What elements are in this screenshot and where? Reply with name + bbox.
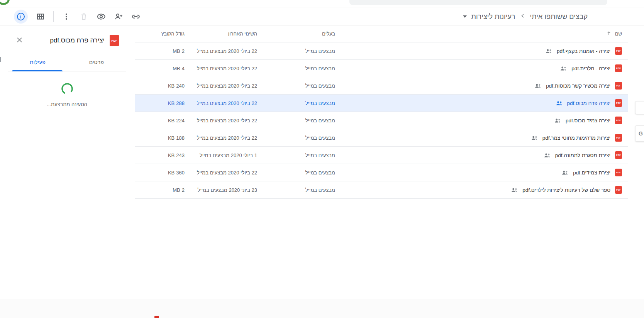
pdf-file-icon: PDF	[615, 47, 622, 55]
file-owner: מבצעים במייל	[257, 187, 335, 193]
loading-spinner-icon	[61, 82, 74, 97]
file-size-unit: KB	[168, 83, 175, 89]
file-modified: 22 ביולי 2020 מבצעים במייל	[185, 170, 257, 176]
info-button[interactable]	[14, 10, 28, 24]
file-size: 2 MB	[138, 187, 185, 193]
file-name-cell: PDF יצירה צמיד מכוס.pdf	[335, 117, 622, 124]
file-list-header: שם בעלים השינוי האחרון גודל הקובץ	[135, 25, 628, 42]
tab-details[interactable]: פרטים	[67, 53, 126, 71]
tab-activity[interactable]: פעילות	[8, 53, 67, 71]
preview-button[interactable]	[97, 12, 106, 21]
file-name-cell: PDF יצירה - חלבית.pdf	[335, 64, 622, 72]
shared-people-icon	[554, 118, 561, 123]
table-row[interactable]: PDF ספר שלם של רעיונות ליצירות לילדים.pd…	[135, 181, 628, 199]
file-size-value: 243	[176, 152, 185, 158]
breadcrumb-current[interactable]: רעיונות ליצירות	[471, 13, 515, 21]
file-size: 224 KB	[138, 118, 185, 123]
loading-indicator: הטעינה מתבצעת...	[8, 82, 126, 107]
file-name-cell: PDF יצירת מסגרת לתמונה.pdf	[335, 151, 622, 159]
trash-button	[79, 12, 88, 21]
file-size: 288 KB	[138, 100, 185, 106]
column-header-size[interactable]: גודל הקובץ	[138, 31, 185, 37]
file-list-body: PDF יצירה - אומנות בקצף.pdf מבצעים במייל…	[135, 42, 628, 199]
file-size-unit: MB	[173, 187, 180, 193]
search-input[interactable]	[349, 0, 607, 5]
file-size: 243 KB	[138, 152, 185, 158]
table-row[interactable]: PDF יצירה מכשיר קשר מכוסות.pdf מבצעים במ…	[135, 77, 628, 95]
bottom-strip	[0, 299, 644, 318]
pdf-file-icon: PDF	[615, 134, 622, 142]
pdf-file-icon: PDF	[615, 151, 622, 159]
more-options-button[interactable]	[62, 12, 71, 21]
details-panel: PDF יצירה פרח מכוס.pdf פרטים פעילות הטעי…	[8, 25, 126, 299]
file-size-value: 4	[182, 66, 185, 71]
table-row[interactable]: PDF יצירת מסגרת לתמונה.pdf מבצעים במייל …	[135, 147, 628, 164]
sort-ascending-icon[interactable]	[606, 30, 612, 37]
get-link-button[interactable]	[131, 12, 141, 21]
more-options-icon	[62, 12, 71, 21]
file-name: יצירה מכשיר קשר מכוסות.pdf	[546, 83, 610, 89]
panel-tabs: פרטים פעילות	[8, 53, 126, 71]
file-size-value: 224	[176, 118, 185, 123]
file-name-cell: PDF יצירה פרח מכוס.pdf	[335, 99, 622, 107]
file-size-value: 2	[182, 187, 185, 193]
grid-view-button[interactable]	[36, 12, 45, 21]
table-row[interactable]: PDF יצירת צמידים.pdf מבצעים במייל 22 ביו…	[135, 164, 628, 181]
file-size-value: 288	[176, 100, 185, 106]
toolbar-divider	[53, 11, 54, 22]
file-size-unit: KB	[168, 152, 175, 158]
shared-people-icon	[544, 153, 551, 158]
breadcrumb-parent[interactable]: קבצים ששותפו איתי	[530, 13, 588, 21]
shared-people-icon	[556, 101, 563, 106]
column-header-name[interactable]: שם	[335, 30, 622, 37]
file-size-value: 360	[176, 170, 185, 176]
pdf-file-icon: PDF	[615, 186, 622, 194]
details-panel-header: PDF יצירה פרח מכוס.pdf	[8, 25, 126, 52]
clipped-extension-widget-g[interactable]: G	[635, 125, 644, 142]
grid-view-icon	[36, 12, 45, 21]
close-panel-button[interactable]	[16, 36, 23, 45]
table-row[interactable]: PDF יצירה - אומנות בקצף.pdf מבצעים במייל…	[135, 42, 628, 60]
preview-eye-icon	[97, 12, 106, 21]
file-name-cell: PDF יצירה מכשיר קשר מכוסות.pdf	[335, 82, 622, 90]
pdf-file-icon: PDF	[615, 169, 622, 176]
file-modified: 22 ביולי 2020 מבצעים במייל	[185, 118, 257, 123]
file-owner: מבצעים במייל	[257, 135, 335, 141]
file-owner: מבצעים במייל	[257, 48, 335, 54]
pdf-file-icon: PDF	[615, 99, 622, 107]
table-row[interactable]: PDF יצירה פרח מכוס.pdf מבצעים במייל 22 ב…	[135, 95, 628, 112]
file-owner: מבצעים במייל	[257, 83, 335, 89]
panel-file-title: יצירה פרח מכוס.pdf	[28, 37, 105, 44]
file-name: ספר שלם של רעיונות ליצירות לילדים.pdf	[522, 187, 610, 193]
column-header-modified[interactable]: השינוי האחרון	[185, 31, 257, 37]
file-modified: 1 ביולי 2020 מבצעים במייל	[185, 152, 257, 158]
file-name-cell: PDF יצירות מדהימות מחוטי צמר.pdf	[335, 134, 622, 142]
trash-icon	[80, 12, 88, 21]
file-size-unit: MB	[173, 66, 180, 71]
add-person-button[interactable]	[114, 12, 123, 21]
clipped-extension-widget[interactable]	[635, 101, 644, 114]
window-top-strip	[0, 0, 644, 7]
pdf-file-icon: PDF	[110, 35, 119, 46]
file-name: יצירת צמידים.pdf	[573, 170, 610, 176]
file-size-value: 188	[176, 135, 185, 141]
table-row[interactable]: PDF יצירה צמיד מכוס.pdf מבצעים במייל 22 …	[135, 112, 628, 129]
column-header-owner[interactable]: בעלים	[257, 31, 335, 37]
file-size-value: 240	[176, 83, 185, 89]
edge-marker	[0, 57, 1, 62]
file-modified: 22 ביולי 2020 מבצעים במייל	[185, 100, 257, 106]
toolbar: קבצים ששותפו איתי רעיונות ליצירות	[0, 8, 644, 25]
file-size-value: 2	[182, 48, 185, 54]
file-size: 360 KB	[138, 170, 185, 176]
file-size: 4 MB	[138, 66, 185, 71]
folder-menu-caret-icon[interactable]	[463, 15, 467, 18]
file-modified: 23 ביוני 2020 מבצעים במייל	[185, 187, 257, 193]
table-row[interactable]: PDF יצירות מדהימות מחוטי צמר.pdf מבצעים …	[135, 129, 628, 147]
shared-people-icon	[546, 49, 552, 54]
pdf-file-icon: PDF	[615, 64, 622, 72]
pdf-file-icon: PDF	[615, 117, 622, 124]
table-row[interactable]: PDF יצירה - חלבית.pdf מבצעים במייל 22 בי…	[135, 60, 628, 77]
link-icon	[131, 12, 141, 21]
shared-people-icon	[511, 188, 518, 193]
file-name: יצירה - חלבית.pdf	[571, 66, 610, 71]
